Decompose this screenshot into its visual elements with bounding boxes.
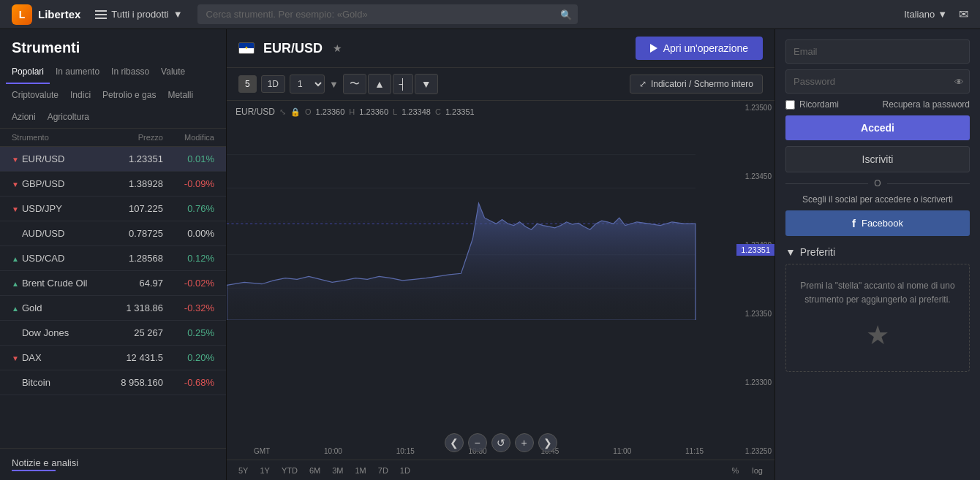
instrument-name: ▼Dow Jones <box>12 327 90 338</box>
tab-agricoltura[interactable]: Agricoltura <box>42 106 95 128</box>
email-field[interactable] <box>785 39 970 64</box>
time-range-btn[interactable]: 1D <box>397 465 413 476</box>
fullscreen-icon: ⤢ <box>639 79 647 89</box>
change-value: 0.12% <box>163 253 214 264</box>
time-range-btn[interactable]: 5Y <box>235 465 251 476</box>
news-underline <box>12 470 56 471</box>
table-row[interactable]: ▼DAX 12 431.5 0.20% <box>0 346 226 370</box>
table-row[interactable]: ▼AUD/USD 0.78725 0.00% <box>0 221 226 246</box>
tab-in_ribasso[interactable]: In ribasso <box>105 61 155 84</box>
register-button[interactable]: Iscriviti <box>785 146 970 172</box>
zoom-prev-btn[interactable]: ❮ <box>445 433 464 452</box>
table-row[interactable]: ▼Bitcoin 8 958.160 -0.68% <box>0 370 226 395</box>
col-instrument: Strumento <box>12 133 90 142</box>
o-value: 1.23360 <box>316 107 345 116</box>
tab-petrolio_e_gas[interactable]: Petrolio e gas <box>97 84 162 106</box>
password-eye-icon[interactable]: 👁 <box>954 76 964 87</box>
facebook-login-button[interactable]: f Facebook <box>785 210 970 236</box>
language-label: Italiano <box>904 9 935 20</box>
chart-type-group: 〜 ▲ ┤ ▼ <box>343 74 438 94</box>
password-field[interactable] <box>785 69 970 94</box>
instrument-name: ▼AUD/USD <box>12 228 90 239</box>
chart-header: ✦ EUR/USD ★ Apri un'operazione <box>227 29 774 68</box>
open-operation-button[interactable]: Apri un'operazione <box>636 37 763 60</box>
center-panel: ✦ EUR/USD ★ Apri un'operazione 5 1D 1515… <box>227 29 775 480</box>
price-value: 1.23351 <box>90 153 163 164</box>
preferiti-star-icon: ★ <box>795 314 960 357</box>
favorite-star-icon[interactable]: ★ <box>333 42 342 54</box>
area-chart-btn[interactable]: ▲ <box>368 74 391 94</box>
search-bar: 🔍 <box>197 4 578 24</box>
table-row[interactable]: ▲Gold 1 318.86 -0.32% <box>0 296 226 321</box>
period-5-button[interactable]: 5 <box>238 75 257 93</box>
tab-indici[interactable]: Indici <box>64 84 97 106</box>
eur-flag-icon: ✦ <box>238 42 255 54</box>
up-arrow-icon: ▲ <box>12 255 19 263</box>
tab-criptovalute[interactable]: Criptovalute <box>6 84 64 106</box>
scale-option-btn[interactable]: log <box>749 465 766 476</box>
search-icon[interactable]: 🔍 <box>560 9 572 20</box>
logo[interactable]: L Libertex <box>12 4 80 25</box>
chart-type-dropdown[interactable]: ▼ <box>415 74 438 94</box>
candle-chart-btn[interactable]: ┤ <box>393 74 413 94</box>
remember-checkbox[interactable] <box>785 100 795 110</box>
indicators-button[interactable]: ⤢ Indicatori / Schermo intero <box>630 75 763 94</box>
login-button[interactable]: Accedi <box>785 115 970 140</box>
facebook-logo-icon: f <box>852 217 856 229</box>
instrument-name: ▼Bitcoin <box>12 377 90 388</box>
scale-option-btn[interactable]: % <box>729 465 742 476</box>
time-range-btn[interactable]: YTD <box>279 465 301 476</box>
table-row[interactable]: ▼Dow Jones 25 267 0.25% <box>0 321 226 346</box>
forgot-password-link[interactable]: Recupera la password <box>883 99 970 110</box>
language-selector[interactable]: Italiano ▼ <box>904 9 947 20</box>
tab-popolari[interactable]: Popolari <box>6 61 50 84</box>
c-label: C <box>435 107 441 116</box>
category-tabs: PopolariIn aumentoIn ribassoValuteCripto… <box>0 61 226 129</box>
social-text: Scegli il social per accedere o iscriver… <box>785 194 970 205</box>
change-value: 0.76% <box>163 203 214 214</box>
up-arrow-icon: ▲ <box>12 305 19 313</box>
preferiti-header[interactable]: ▼ Preferiti <box>785 246 970 258</box>
table-header: Strumento Prezzo Modifica <box>0 129 226 147</box>
scale-options: %log <box>729 465 766 476</box>
all-products-menu[interactable]: Tutti i prodotti ▼ <box>95 9 182 20</box>
zoom-plus-btn[interactable]: + <box>515 433 534 452</box>
tab-in_aumento[interactable]: In aumento <box>50 61 105 84</box>
time-range-btn[interactable]: 1Y <box>257 465 272 476</box>
zoom-reset-btn[interactable]: ↺ <box>491 433 510 452</box>
period-1d-button[interactable]: 1D <box>261 75 285 93</box>
tab-valute[interactable]: Valute <box>155 61 191 84</box>
change-value: 0.01% <box>163 153 214 164</box>
time-range-btn[interactable]: 1M <box>353 465 369 476</box>
price-value: 0.78725 <box>90 228 163 239</box>
table-row[interactable]: ▲Brent Crude Oil 64.97 -0.02% <box>0 271 226 296</box>
h-label: H <box>349 107 355 116</box>
period-select[interactable]: 151530 <box>290 75 325 94</box>
menu-chevron-icon: ▼ <box>173 9 183 20</box>
tab-metalli[interactable]: Metalli <box>162 84 199 106</box>
zoom-next-btn[interactable]: ❯ <box>538 433 557 452</box>
price-value: 1.28568 <box>90 253 163 264</box>
price-value: 1 318.86 <box>90 302 163 313</box>
chart-controls: 5 1D 151530 ▼ 〜 ▲ ┤ ▼ ⤢ Indicatori / Sch… <box>227 68 774 101</box>
line-chart-btn[interactable]: 〜 <box>343 74 366 94</box>
lang-chevron-icon: ▼ <box>938 9 947 20</box>
table-row[interactable]: ▼GBP/USD 1.38928 -0.09% <box>0 172 226 197</box>
x-axis-label: 10:15 <box>396 447 415 455</box>
news-link[interactable]: Notizie e analisi <box>0 448 226 480</box>
divider-row: O <box>785 178 970 188</box>
instruments-table: ▼EUR/USD 1.23351 0.01% ▼GBP/USD 1.38928 … <box>0 147 226 448</box>
time-range-btn[interactable]: 7D <box>375 465 391 476</box>
price-value: 25 267 <box>90 327 163 338</box>
search-input[interactable] <box>197 4 578 24</box>
table-row[interactable]: ▼USD/JPY 107.225 0.76% <box>0 197 226 221</box>
divider-right <box>887 183 970 184</box>
table-row[interactable]: ▼EUR/USD 1.23351 0.01% <box>0 147 226 172</box>
tab-azioni[interactable]: Azioni <box>6 106 42 128</box>
preferiti-section: ▼ Preferiti Premi la "stella" accanto al… <box>785 246 970 372</box>
time-range-btn[interactable]: 6M <box>306 465 323 476</box>
zoom-minus-btn[interactable]: − <box>468 433 487 452</box>
table-row[interactable]: ▲USD/CAD 1.28568 0.12% <box>0 246 226 271</box>
messages-icon[interactable]: ✉ <box>959 7 968 21</box>
time-range-btn[interactable]: 3M <box>329 465 346 476</box>
